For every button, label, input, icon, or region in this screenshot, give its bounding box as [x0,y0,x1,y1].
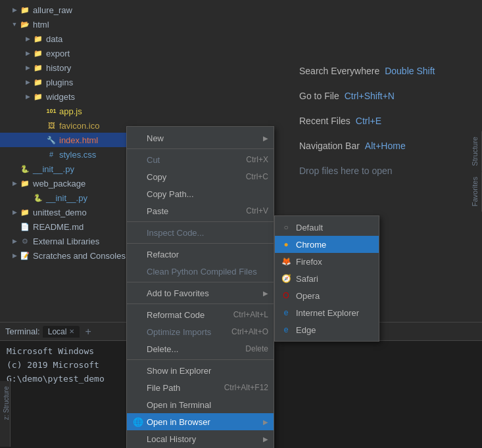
ext-libs-icon: ⚙ [20,236,30,246]
ico-file-icon: 🖼 [46,120,57,131]
tree-arrow: ▶ [24,78,32,86]
browser-item-label: Firefox [296,257,322,267]
tree-label: README.md [33,222,84,232]
tree-label: __init__.py [33,164,74,174]
menu-item-add-favorites[interactable]: Add to Favorites ▶ [127,284,274,302]
menu-item-refactor[interactable]: Refactor [127,246,274,263]
folder-icon: 📁 [20,178,30,189]
tree-arrow: ▶ [24,49,32,57]
shortcut-row-goto: Go to File Ctrl+Shift+N [299,91,480,101]
browser-item-label: Chrome [296,240,326,250]
browser-item-label: Edge [296,325,316,335]
scratches-icon: 📝 [20,250,30,261]
browser-item-safari[interactable]: 🧭 Safari [275,270,379,287]
browser-item-edge[interactable]: e Edge [275,321,379,338]
py-file-icon: 🐍 [33,192,43,203]
tree-arrow: ▼ [11,20,18,28]
side-tab-favorites[interactable]: Favorites [468,171,482,212]
menu-item-label: Inspect Code... [147,228,268,238]
tree-label: allure_raw [33,5,72,15]
shortcut-key: Ctrl+E [356,116,381,126]
browser-icon: 🌐 [132,417,144,427]
terminal-add-button[interactable]: + [82,326,93,338]
terminal-tab-local[interactable]: Local ✕ [43,326,80,338]
menu-item-delete[interactable]: Delete... Delete [127,340,274,357]
menu-separator [127,243,274,244]
menu-item-label: Local History [147,434,262,444]
menu-item-file-path[interactable]: File Path Ctrl+Alt+F12 [127,379,274,396]
side-tab-z-structure[interactable]: z: Structure [0,381,10,425]
py-file-icon: 🐍 [20,164,30,174]
folder-icon: 📁 [20,207,30,217]
shortcut-key: Double Shift [385,66,435,76]
menu-item-label: Delete... [147,344,240,354]
shortcut-label: Search Everywhere [299,66,379,76]
tree-item-data[interactable]: ▶ 📁 data [0,32,197,46]
submenu-arrow-icon: ▶ [262,436,268,443]
shortcut-label: Recent Files [299,116,350,126]
menu-item-label: Open in Terminal [147,400,268,410]
safari-browser-icon: 🧭 [280,273,292,284]
menu-item-show-explorer[interactable]: Show in Explorer [127,362,274,379]
md-file-icon: 📄 [20,221,30,232]
folder-icon: 📁 [33,48,43,58]
tree-label: External Libraries [33,236,99,246]
tree-label: plugins [46,78,73,87]
menu-separator [127,148,274,149]
tree-label: __init__.py [46,193,87,203]
tree-item-widgets[interactable]: ▶ 📁 widgets [0,89,197,104]
tree-item-plugins[interactable]: ▶ 📁 plugins [0,75,197,89]
tree-label: history [46,63,71,73]
terminal-label: Terminal: [5,326,40,336]
menu-item-label: Show in Explorer [147,366,268,376]
tree-item-html[interactable]: ▼ 📂 html [0,17,197,32]
browser-item-ie[interactable]: e Internet Explorer [275,304,379,321]
tree-label: favicon.ico [59,121,99,131]
html-file-icon: 🔧 [46,135,57,145]
menu-item-label: Cut [147,155,241,165]
folder-icon: 📂 [20,19,30,30]
menu-item-label: Optimize Imports [147,327,226,337]
tree-item-history[interactable]: ▶ 📁 history [0,60,197,75]
edge-browser-icon: e [280,325,292,335]
tree-label: app.js [59,106,82,116]
tree-arrow: ▶ [11,6,18,14]
terminal-close-button[interactable]: ✕ [69,328,74,335]
folder-icon: 📁 [20,5,30,15]
folder-icon: 📁 [33,91,43,102]
menu-item-local-history[interactable]: Local History ▶ [127,430,274,447]
menu-item-copy-path[interactable]: Copy Path... [127,185,274,202]
menu-item-open-browser[interactable]: 🌐 Open in Browser ▶ [127,413,274,430]
side-tab-structure[interactable]: Structure [468,131,482,171]
tree-arrow: ▶ [11,208,18,216]
terminal-tab-name: Local [48,327,67,336]
opera-browser-icon: O [280,290,292,301]
shortcut-key: Ctrl+Shift+N [345,91,395,101]
menu-item-copy[interactable]: Copy Ctrl+C [127,168,274,185]
menu-item-open-terminal[interactable]: Open in Terminal [127,396,274,413]
tree-label: Scratches and Consoles [33,251,126,261]
browser-item-label: Internet Explorer [296,308,359,318]
shortcuts-panel: Search Everywhere Double Shift Go to Fil… [299,66,480,176]
tree-item-allure-raw[interactable]: ▶ 📁 allure_raw [0,3,197,17]
browser-item-default[interactable]: ○ Default [275,219,379,236]
tree-item-export[interactable]: ▶ 📁 export [0,46,197,60]
shortcut-label: Navigation Bar [299,141,360,151]
drop-files-label: Drop files here to open [299,166,480,176]
menu-separator [127,282,274,282]
chrome-browser-icon: ● [280,239,292,250]
menu-item-paste[interactable]: Paste Ctrl+V [127,202,274,219]
browser-item-firefox[interactable]: 🦊 Firefox [275,253,379,270]
context-menu: New ▶ Cut Ctrl+X Copy Ctrl+C Copy Path..… [126,126,274,448]
tree-arrow: ▶ [11,179,18,187]
tree-item-app-js[interactable]: ▶ 101 app.js [0,104,197,118]
shortcut-text: Ctrl+Alt+L [233,310,268,319]
menu-separator [127,221,274,222]
menu-item-reformat[interactable]: Reformat Code Ctrl+Alt+L [127,306,274,323]
tree-arrow: ▶ [24,35,32,43]
menu-item-label: Clean Python Compiled Files [147,267,268,277]
menu-item-new[interactable]: New ▶ [127,129,274,146]
browser-item-opera[interactable]: O Opera [275,287,379,304]
menu-item-label: Open in Browser [147,417,262,427]
browser-item-chrome[interactable]: ● Chrome [275,236,379,253]
